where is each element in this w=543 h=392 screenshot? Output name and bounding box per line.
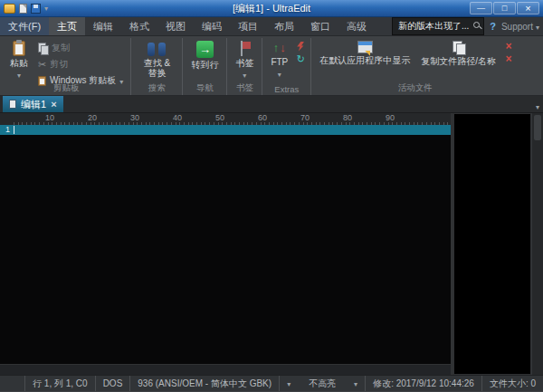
status-empty-segment: [0, 376, 25, 391]
status-modified-time: 修改: 2017/9/12 10:44:26: [366, 376, 482, 391]
group-active-file: 在默认应用程序中显示 复制文件路径/名称 活动文件: [311, 38, 519, 95]
close-all-icon: [506, 53, 512, 64]
tab-list-dropdown-icon[interactable]: [536, 100, 539, 111]
horizontal-scrollbar[interactable]: [0, 364, 451, 375]
paste-dropdown-icon[interactable]: [17, 70, 21, 80]
tab-layout[interactable]: 布局: [266, 17, 302, 35]
tab-window[interactable]: 窗口: [302, 17, 338, 35]
scrollbar-thumb[interactable]: [534, 115, 541, 140]
vertical-scrollbar[interactable]: [531, 113, 543, 375]
group-bookmarks: 书签 书签: [227, 38, 262, 95]
side-panel[interactable]: [453, 113, 531, 375]
scripting-button[interactable]: [295, 41, 306, 52]
window-controls: [470, 2, 539, 14]
modified-time-text: 修改: 2017/9/12 10:44:26: [373, 378, 474, 390]
line-number: 1: [0, 125, 14, 135]
status-syntax-highlight[interactable]: 不高亮: [280, 376, 366, 391]
bookmark-button[interactable]: 书签: [232, 39, 257, 81]
sync-button[interactable]: [295, 53, 306, 64]
support-label: Support: [501, 22, 533, 32]
cut-label: 剪切: [50, 58, 68, 71]
lightning-icon: [297, 42, 304, 52]
document-tab[interactable]: 编辑1: [3, 96, 63, 112]
update-notification[interactable]: 新的版本出现了...: [392, 17, 484, 35]
maximize-button[interactable]: [493, 2, 516, 14]
chevron-down-icon: [354, 378, 357, 388]
text-caret: [14, 126, 14, 134]
ribbon: 粘贴 复制 剪切 Windows 剪贴板 剪贴板: [0, 36, 543, 96]
tab-format[interactable]: 格式: [121, 17, 157, 35]
ruler-mark: 40: [141, 113, 184, 125]
status-encoding[interactable]: 936 (ANSI/OEM - 简体中文 GBK): [130, 376, 280, 391]
tab-file[interactable]: 文件(F): [0, 17, 49, 35]
ruler-mark: 60: [226, 113, 269, 125]
close-file-button[interactable]: [503, 41, 514, 52]
group-label-navigation: 导航: [183, 82, 226, 94]
close-button[interactable]: [517, 2, 539, 14]
show-in-default-app-label: 在默认应用程序中显示: [319, 55, 410, 65]
goto-line-button[interactable]: 转到行: [187, 39, 222, 72]
ftp-dropdown-icon[interactable]: [278, 69, 281, 79]
help-button[interactable]: ?: [490, 21, 496, 32]
tab-encoding[interactable]: 编码: [194, 17, 230, 35]
document-tab-label: 编辑1: [21, 98, 46, 111]
window-title: [编辑1] - UltraEdit: [0, 2, 543, 15]
find-replace-button[interactable]: 查找 & 替换: [136, 39, 177, 80]
status-bar: 行 1, 列 1, C0 DOS 936 (ANSI/OEM - 简体中文 GB…: [0, 375, 543, 391]
document-tab-bar: 编辑1: [0, 96, 543, 113]
group-label-active-file: 活动文件: [311, 82, 519, 94]
bookmark-flag-icon: [238, 41, 252, 56]
menubar-right: 新的版本出现了... ? Support: [392, 17, 539, 35]
paste-label: 粘贴: [10, 58, 28, 68]
find-replace-label: 查找 & 替换: [139, 58, 174, 78]
status-caret-position[interactable]: 行 1, 列 1, C0: [25, 376, 96, 391]
file-size-text: 文件大小: 0: [490, 378, 536, 390]
main-area: 10 20 30 40 50 60 70 80 90 1: [0, 113, 543, 375]
support-menu[interactable]: Support: [501, 22, 539, 32]
ftp-button[interactable]: ↑↓ FTP: [267, 39, 291, 81]
active-line-highlight[interactable]: 1: [0, 125, 451, 135]
encoding-text: 936 (ANSI/OEM - 简体中文 GBK): [138, 378, 272, 390]
ruler-mark: 70: [269, 113, 311, 125]
group-clipboard: 粘贴 复制 剪切 Windows 剪贴板 剪贴板: [2, 38, 131, 95]
group-search: 查找 & 替换 搜索: [131, 38, 183, 95]
ruler-mark: 50: [184, 113, 226, 125]
chevron-down-icon: [536, 22, 539, 32]
editor-canvas[interactable]: [0, 135, 451, 364]
group-label-clipboard: 剪贴板: [2, 82, 130, 94]
document-file-icon: [9, 100, 16, 109]
search-icon: [473, 22, 480, 28]
caret-position-text: 行 1, 列 1, C0: [33, 378, 88, 390]
copy-button[interactable]: 复制: [35, 41, 126, 55]
group-extras: ↑↓ FTP Extras: [262, 38, 311, 95]
find-replace-icon: [148, 43, 166, 56]
sync-icon: [297, 54, 305, 64]
copy-path-icon: [452, 41, 465, 54]
tab-advanced[interactable]: 高级: [338, 17, 375, 35]
minimize-button[interactable]: [470, 2, 492, 14]
tab-home[interactable]: 主页: [49, 17, 85, 35]
copy-file-path-button[interactable]: 复制文件路径/名称: [417, 39, 500, 68]
close-file-icon: [506, 41, 512, 52]
bookmark-dropdown-icon[interactable]: [243, 70, 246, 80]
cut-button[interactable]: 剪切: [35, 57, 126, 72]
ruler-mark: 20: [56, 113, 99, 125]
goto-line-label: 转到行: [191, 60, 218, 70]
show-in-default-app-button[interactable]: 在默认应用程序中显示: [316, 39, 414, 67]
edit-region: 10 20 30 40 50 60 70 80 90 1: [0, 113, 451, 375]
ruler-mark: 30: [99, 113, 141, 125]
column-ruler: 10 20 30 40 50 60 70 80 90: [0, 113, 451, 125]
cut-icon: [38, 60, 46, 70]
tab-close-icon[interactable]: [51, 99, 56, 110]
tab-view[interactable]: 视图: [157, 17, 194, 35]
status-file-size: 文件大小: 0: [482, 376, 543, 391]
copy-file-path-label: 复制文件路径/名称: [421, 56, 496, 66]
goto-line-icon: [196, 41, 214, 58]
status-line-ending[interactable]: DOS: [96, 376, 131, 391]
paste-button[interactable]: 粘贴: [6, 39, 32, 81]
tab-project[interactable]: 项目: [230, 17, 266, 35]
syntax-highlight-text: 不高亮: [309, 378, 336, 390]
close-all-files-button[interactable]: [503, 53, 514, 64]
tab-edit[interactable]: 编辑: [85, 17, 121, 35]
paste-icon: [13, 41, 25, 56]
